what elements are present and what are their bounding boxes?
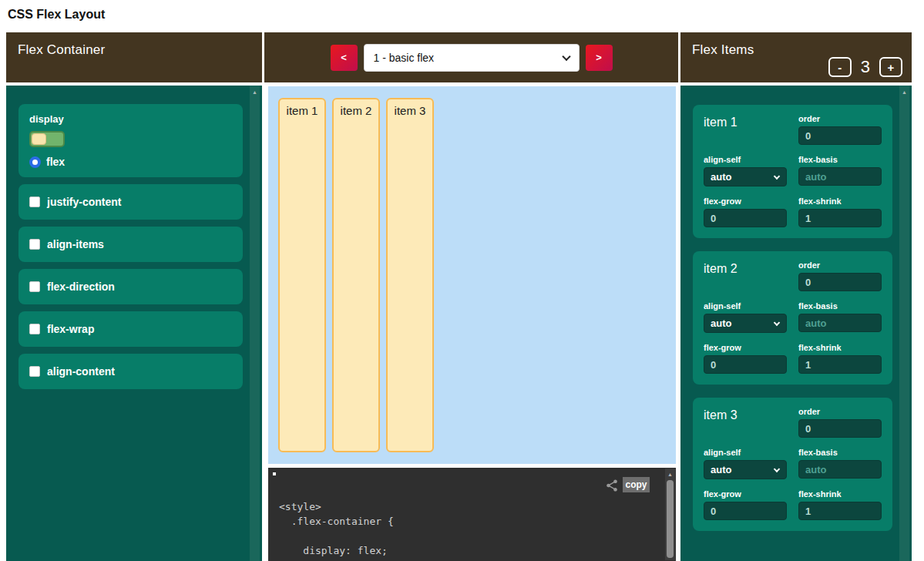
order-input[interactable] [798,419,882,438]
code-panel-dot [273,472,276,475]
align-self-select[interactable]: auto [704,167,787,186]
flex-shrink-label: flex-shrink [798,197,882,206]
prev-example-button[interactable]: < [331,45,358,71]
code-scrollbar[interactable]: ▲ [665,469,675,560]
item-count: 3 [861,57,870,77]
order-label: order [798,260,882,270]
flex-shrink-input[interactable] [798,209,882,227]
property-label: justify-content [47,196,121,208]
property-card-flex-direction[interactable]: flex-direction [18,269,243,304]
remove-item-button[interactable]: - [828,57,852,77]
item-card-title: item 2 [704,260,787,291]
scroll-up-icon[interactable]: ▲ [665,469,675,477]
property-label: align-items [47,238,104,250]
justify-content-checkbox[interactable] [29,197,40,207]
flex-items-panel: Flex Items - 3 + item 1 order align-self… [680,32,912,561]
item-card-1: item 1 order align-self auto flex-basis [693,105,892,238]
property-label: flex-direction [47,280,115,293]
flex-grow-input[interactable] [704,355,787,374]
property-card-align-content[interactable]: align-content [18,354,243,389]
flex-direction-checkbox[interactable] [29,281,40,292]
code-panel: copy <style> .flex-container { display: … [268,468,676,561]
flex-shrink-input[interactable] [798,502,882,520]
flex-items-header: Flex Items - 3 + [680,32,912,82]
example-selector-bar: < 1 - basic flex > [264,32,678,82]
order-input[interactable] [798,126,882,145]
flex-container-body: display flex justify-content align-items [6,86,262,561]
share-icon[interactable] [605,479,619,492]
align-items-checkbox[interactable] [29,239,40,250]
order-label: order [798,114,882,123]
align-self-select[interactable]: auto [704,314,787,333]
flex-container-header: Flex Container [6,32,262,82]
flex-preview-container: item 1 item 2 item 3 [268,86,676,464]
scroll-up-icon[interactable]: ▲ [250,86,260,95]
item-card-2: item 2 order align-self auto flex-basis [693,251,892,385]
display-label: display [29,113,232,125]
flex-radio[interactable] [29,156,41,168]
copy-button[interactable]: copy [623,477,650,492]
flex-container-title: Flex Container [18,42,105,58]
flex-items-body: item 1 order align-self auto flex-basis [680,86,912,561]
preview-column: < 1 - basic flex > item 1 item 2 item 3 … [264,32,678,561]
align-self-label: align-self [704,448,787,457]
page-title: CSS Flex Layout [8,8,105,22]
next-example-button[interactable]: > [586,45,613,71]
flex-basis-label: flex-basis [798,448,882,457]
flex-container-panel: Flex Container display flex justify-cont… [6,32,262,561]
item-card-3: item 3 order align-self auto flex-basis [693,398,892,531]
item-card-title: item 3 [704,407,787,438]
flex-grow-label: flex-grow [704,197,787,206]
flex-basis-input[interactable] [798,460,882,479]
property-label: align-content [47,365,115,378]
preview-flex-item-3: item 3 [386,98,434,452]
flex-radio-label: flex [46,156,65,168]
example-select[interactable]: 1 - basic flex [364,44,580,72]
property-card-justify-content[interactable]: justify-content [18,184,243,220]
flex-basis-input[interactable] [798,167,882,186]
flex-grow-input[interactable] [704,209,787,227]
align-content-checkbox[interactable] [29,366,40,377]
align-self-label: align-self [704,301,787,311]
flex-basis-input[interactable] [798,314,882,332]
flex-grow-input[interactable] [704,502,787,520]
order-input[interactable] [798,273,882,291]
property-label: flex-wrap [47,323,94,335]
flex-wrap-checkbox[interactable] [29,324,40,334]
toggle-knob-icon [32,133,46,145]
left-panel-scrollbar[interactable]: ▲ [250,86,260,561]
flex-basis-label: flex-basis [798,301,882,311]
align-self-select[interactable]: auto [704,460,787,479]
scroll-up-icon[interactable]: ▲ [899,86,909,95]
code-scrollbar-thumb[interactable] [667,480,674,558]
flex-grow-label: flex-grow [704,343,787,352]
align-self-label: align-self [704,155,787,164]
preview-flex-item-1: item 1 [278,98,326,452]
flex-items-title: Flex Items [692,42,754,58]
display-control-card: display flex [18,104,243,177]
flex-shrink-label: flex-shrink [798,343,882,352]
display-toggle[interactable] [29,131,65,147]
flex-shrink-label: flex-shrink [798,489,882,499]
right-panel-scrollbar[interactable]: ▲ [899,86,909,561]
flex-grow-label: flex-grow [704,489,787,499]
item-card-title: item 1 [704,114,787,145]
preview-flex-item-2: item 2 [332,98,380,452]
add-item-button[interactable]: + [879,57,902,77]
flex-shrink-input[interactable] [798,355,882,374]
order-label: order [798,407,882,416]
property-card-flex-wrap[interactable]: flex-wrap [18,311,243,347]
property-card-align-items[interactable]: align-items [18,227,243,262]
flex-basis-label: flex-basis [798,155,882,164]
